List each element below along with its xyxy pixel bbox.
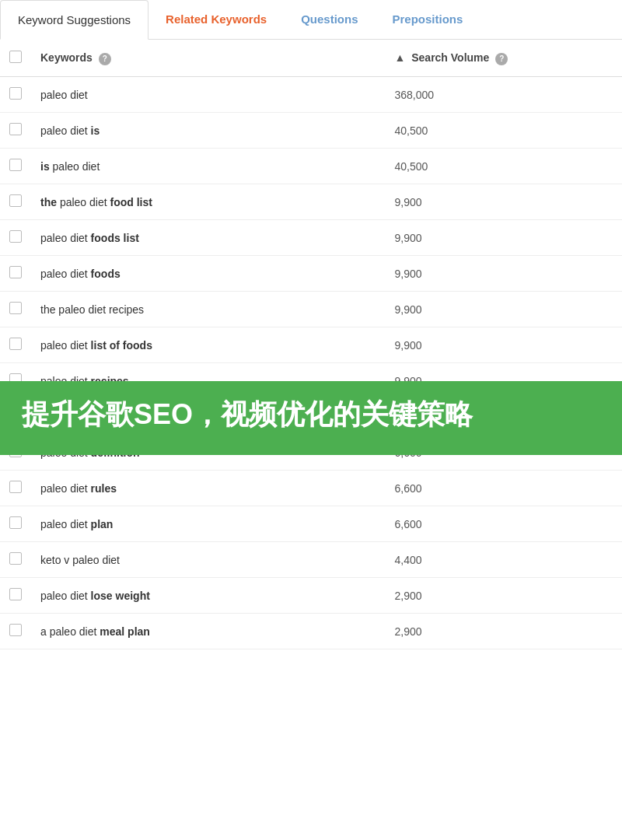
th-search-volume[interactable]: ▲ Search Volume ? — [385, 40, 622, 77]
search-volume-value: 9,900 — [394, 196, 421, 208]
tab-related-keywords[interactable]: Related Keywords — [149, 0, 284, 39]
search-volume-value: 368,000 — [394, 89, 434, 101]
row-checkbox[interactable] — [9, 266, 22, 278]
keywords-col-label: Keywords — [40, 51, 93, 64]
search-volume-value: 4,400 — [394, 554, 421, 566]
row-checkbox-cell — [0, 256, 31, 292]
keyword-text: paleo diet lose weight — [40, 590, 150, 602]
search-volume-cell: 9,900 — [385, 292, 622, 327]
search-volume-value: 9,900 — [394, 303, 421, 316]
search-volume-cell: 9,900 — [385, 327, 622, 363]
table-row: paleo diet foods9,900 — [0, 256, 622, 292]
search-volume-value: 2,900 — [394, 625, 421, 638]
search-volume-cell: 368,000 — [385, 77, 622, 113]
keyword-cell: a paleo diet meal plan — [31, 614, 385, 649]
select-all-checkbox[interactable] — [9, 51, 22, 63]
search-volume-cell: 9,900 — [385, 220, 622, 256]
search-volume-value: 6,600 — [394, 518, 421, 530]
keyword-cell: is paleo diet — [31, 149, 385, 184]
row-checkbox-cell — [0, 184, 31, 220]
search-volume-cell: 4,400 — [385, 542, 622, 578]
tab-questions-label: Questions — [301, 12, 358, 26]
table-body: paleo diet368,000paleo diet is40,500is p… — [0, 77, 622, 649]
keyword-cell: keto v paleo diet — [31, 542, 385, 578]
row-checkbox[interactable] — [9, 338, 22, 350]
search-volume-help-icon[interactable]: ? — [495, 53, 508, 65]
tab-keyword-suggestions-label: Keyword Suggestions — [18, 13, 131, 26]
search-volume-value: 2,900 — [394, 590, 421, 602]
table-row: paleo diet is40,500 — [0, 113, 622, 149]
search-volume-cell: 40,500 — [385, 113, 622, 149]
table-row: paleo diet368,000 — [0, 77, 622, 113]
keyword-text: the paleo diet food list — [40, 196, 152, 208]
search-volume-value: 40,500 — [394, 160, 428, 173]
row-checkbox[interactable] — [9, 481, 22, 493]
row-checkbox[interactable] — [9, 302, 22, 314]
keyword-text: a paleo diet meal plan — [40, 625, 150, 638]
search-volume-col-label: Search Volume — [411, 51, 489, 64]
th-select-all[interactable] — [0, 40, 31, 77]
row-checkbox-cell — [0, 113, 31, 149]
row-checkbox-cell — [0, 471, 31, 506]
keyword-text: paleo diet foods list — [40, 232, 139, 244]
tab-related-keywords-label: Related Keywords — [166, 12, 267, 26]
sort-arrow-icon: ▲ — [394, 51, 405, 64]
tab-keyword-suggestions[interactable]: Keyword Suggestions — [0, 0, 149, 40]
search-volume-value: 9,900 — [394, 268, 421, 280]
search-volume-value: 9,900 — [394, 232, 421, 244]
keyword-cell: paleo diet foods — [31, 256, 385, 292]
overlay-banner-text: 提升谷歌SEO，视频优化的关键策略 — [22, 397, 600, 433]
table-row: paleo diet plan6,600 — [0, 506, 622, 542]
row-checkbox[interactable] — [9, 194, 22, 207]
search-volume-value: 40,500 — [394, 124, 428, 137]
table-row: the paleo diet food list9,900 — [0, 184, 622, 220]
table-row: paleo diet rules6,600 — [0, 471, 622, 506]
row-checkbox[interactable] — [9, 552, 22, 565]
keyword-cell: paleo diet rules — [31, 471, 385, 506]
row-checkbox-cell — [0, 542, 31, 578]
table-row: paleo diet list of foods9,900 — [0, 327, 622, 363]
table-row: paleo diet foods list9,900 — [0, 220, 622, 256]
keyword-text: paleo diet foods — [40, 268, 121, 280]
search-volume-value: 6,600 — [394, 482, 421, 495]
row-checkbox[interactable] — [9, 87, 22, 100]
keyword-cell: the paleo diet recipes — [31, 292, 385, 327]
row-checkbox-cell — [0, 327, 31, 363]
table-header-row: Keywords ? ▲ Search Volume ? — [0, 40, 622, 77]
keyword-cell: paleo diet — [31, 77, 385, 113]
keywords-help-icon[interactable]: ? — [99, 53, 111, 65]
keyword-text: paleo diet rules — [40, 482, 117, 495]
row-checkbox-cell — [0, 506, 31, 542]
row-checkbox[interactable] — [9, 159, 22, 171]
row-checkbox-cell — [0, 292, 31, 327]
row-checkbox[interactable] — [9, 123, 22, 135]
keyword-cell: paleo diet foods list — [31, 220, 385, 256]
keyword-table: Keywords ? ▲ Search Volume ? paleo diet3… — [0, 40, 622, 649]
search-volume-cell: 40,500 — [385, 149, 622, 184]
search-volume-cell: 6,600 — [385, 471, 622, 506]
tab-prepositions[interactable]: Prepositions — [376, 0, 480, 39]
keyword-text: is paleo diet — [40, 160, 100, 173]
row-checkbox[interactable] — [9, 588, 22, 600]
tab-questions[interactable]: Questions — [284, 0, 375, 39]
search-volume-cell: 2,900 — [385, 614, 622, 649]
keyword-cell: paleo diet is — [31, 113, 385, 149]
keyword-text: paleo diet list of foods — [40, 339, 152, 352]
row-checkbox-cell — [0, 578, 31, 614]
keyword-cell: paleo diet plan — [31, 506, 385, 542]
table-row: paleo diet lose weight2,900 — [0, 578, 622, 614]
search-volume-cell: 9,900 — [385, 184, 622, 220]
search-volume-cell: 9,900 — [385, 256, 622, 292]
row-checkbox[interactable] — [9, 230, 22, 243]
row-checkbox[interactable] — [9, 624, 22, 636]
keyword-text: the paleo diet recipes — [40, 303, 144, 316]
table-row: is paleo diet40,500 — [0, 149, 622, 184]
row-checkbox-cell — [0, 220, 31, 256]
row-checkbox-cell — [0, 614, 31, 649]
row-checkbox[interactable] — [9, 516, 22, 529]
keyword-text: keto v paleo diet — [40, 554, 120, 566]
row-checkbox-cell — [0, 77, 31, 113]
tab-bar: Keyword Suggestions Related Keywords Que… — [0, 0, 622, 40]
search-volume-cell: 2,900 — [385, 578, 622, 614]
search-volume-cell: 6,600 — [385, 506, 622, 542]
